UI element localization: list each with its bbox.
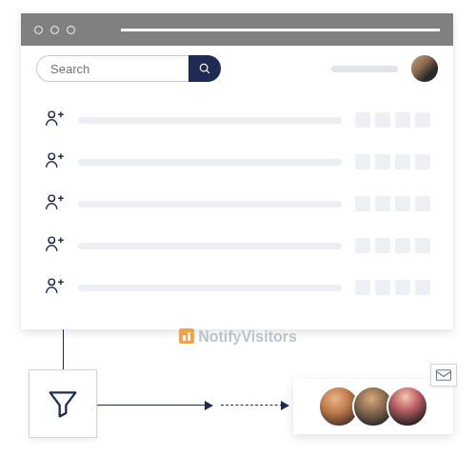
list-item-action-box[interactable] bbox=[375, 154, 390, 169]
list-item-text-placeholder bbox=[78, 243, 342, 249]
toolbar-right bbox=[331, 55, 438, 82]
list-item-action-box[interactable] bbox=[375, 196, 390, 211]
list-item[interactable] bbox=[44, 267, 430, 308]
add-user-icon bbox=[44, 191, 65, 216]
list-item-text-placeholder bbox=[78, 117, 342, 124]
address-bar-placeholder bbox=[121, 29, 440, 31]
list-item-text-placeholder bbox=[78, 201, 342, 208]
segmented-users-card bbox=[293, 379, 453, 434]
add-user-icon bbox=[44, 108, 65, 132]
add-user-icon bbox=[44, 275, 65, 300]
add-user-icon bbox=[44, 233, 65, 258]
funnel-icon bbox=[44, 385, 82, 423]
list-item-action-box[interactable] bbox=[395, 112, 410, 128]
window-control-circle[interactable] bbox=[50, 26, 59, 34]
list-item-action-box[interactable] bbox=[355, 280, 370, 295]
list-item-actions bbox=[355, 112, 430, 128]
svg-rect-17 bbox=[437, 370, 451, 381]
search-group bbox=[36, 55, 221, 82]
list-item[interactable] bbox=[44, 99, 430, 141]
list-item[interactable] bbox=[44, 183, 430, 225]
mail-icon bbox=[435, 368, 452, 382]
list-item-action-box[interactable] bbox=[395, 280, 410, 295]
add-user-icon bbox=[44, 149, 65, 174]
list-item-action-box[interactable] bbox=[395, 196, 410, 211]
toolbar-text-placeholder bbox=[331, 66, 398, 72]
list-item-actions bbox=[355, 280, 430, 295]
list-item-action-box[interactable] bbox=[415, 196, 430, 211]
contact-list bbox=[21, 91, 453, 329]
svg-point-5 bbox=[49, 153, 54, 159]
svg-line-1 bbox=[207, 70, 209, 73]
watermark-text: NotifyVisitors bbox=[198, 328, 297, 345]
flow-connector bbox=[63, 329, 64, 369]
window-titlebar bbox=[21, 13, 453, 46]
list-item-action-box[interactable] bbox=[415, 112, 430, 128]
list-item-text-placeholder bbox=[78, 159, 342, 166]
app-toolbar bbox=[21, 46, 453, 91]
list-item-actions bbox=[355, 238, 430, 253]
app-window bbox=[21, 13, 453, 329]
list-item-action-box[interactable] bbox=[395, 154, 410, 169]
list-item-action-box[interactable] bbox=[415, 154, 430, 169]
svg-point-14 bbox=[49, 279, 54, 285]
search-icon bbox=[198, 62, 211, 75]
list-item-action-box[interactable] bbox=[355, 196, 370, 211]
list-item-action-box[interactable] bbox=[355, 238, 370, 253]
flow-arrow-solid bbox=[97, 405, 211, 406]
svg-point-11 bbox=[49, 237, 54, 243]
notifyvisitors-logo-icon bbox=[179, 328, 194, 344]
list-item-text-placeholder bbox=[78, 285, 342, 291]
watermark: NotifyVisitors bbox=[0, 328, 476, 346]
list-item-action-box[interactable] bbox=[395, 238, 410, 253]
segment-avatar[interactable] bbox=[387, 386, 428, 427]
list-item-action-box[interactable] bbox=[355, 154, 370, 169]
email-node[interactable] bbox=[430, 364, 457, 387]
window-control-circle[interactable] bbox=[34, 26, 43, 34]
list-item-actions bbox=[355, 154, 430, 169]
list-item-action-box[interactable] bbox=[375, 112, 390, 128]
list-item-action-box[interactable] bbox=[375, 280, 390, 295]
svg-point-2 bbox=[49, 111, 54, 117]
flow-arrow-dashed bbox=[221, 405, 288, 406]
list-item-actions bbox=[355, 196, 430, 211]
filter-funnel-node[interactable] bbox=[29, 369, 97, 438]
list-item-action-box[interactable] bbox=[415, 238, 430, 253]
list-item-action-box[interactable] bbox=[375, 238, 390, 253]
svg-point-8 bbox=[49, 195, 54, 201]
list-item[interactable] bbox=[44, 141, 430, 183]
user-avatar[interactable] bbox=[411, 55, 438, 82]
search-input[interactable] bbox=[36, 55, 188, 82]
list-item[interactable] bbox=[44, 225, 430, 267]
search-button[interactable] bbox=[188, 55, 221, 82]
list-item-action-box[interactable] bbox=[355, 112, 370, 128]
list-item-action-box[interactable] bbox=[415, 280, 430, 295]
window-control-circle[interactable] bbox=[67, 26, 75, 34]
